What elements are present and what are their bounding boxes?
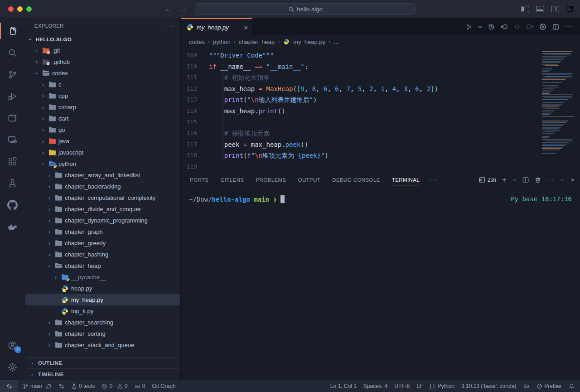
terminal-content[interactable]: ~/Dow/hello-algo main ❯ Py base 18:17:16 xyxy=(181,188,580,380)
explorer-more-actions-icon[interactable]: ··· xyxy=(166,22,174,30)
panel-tab-debug-console[interactable]: DEBUG CONSOLE xyxy=(332,171,380,188)
ports-status[interactable]: 0 xyxy=(135,383,145,389)
breadcrumb-item[interactable]: chapter_heap xyxy=(239,39,275,45)
tree-item-cpp[interactable]: ›cpp xyxy=(25,90,180,102)
close-tab-icon[interactable]: × xyxy=(244,24,248,31)
toggle-panel-icon[interactable] xyxy=(536,6,544,12)
tree-item-chapter_heap[interactable]: ›chapter_heap xyxy=(25,260,180,271)
tree-item-python[interactable]: ›python xyxy=(25,158,180,169)
tree-item-chapter_computational_complexity[interactable]: ›chapter_computational_complexity xyxy=(25,192,180,203)
timeline-section[interactable]: › TIMELINE xyxy=(25,368,180,380)
tree-item-chapter_array_and_linkedlist[interactable]: ›chapter_array_and_linkedlist xyxy=(25,169,180,181)
tree-item-chapter_graph[interactable]: ›chapter_graph xyxy=(25,226,180,237)
tree-item-chapter_backtracking[interactable]: ›chapter_backtracking xyxy=(25,181,180,192)
activitybar-file-browser-icon[interactable] xyxy=(0,107,25,129)
problems-status[interactable]: 00 xyxy=(102,383,127,389)
tree-item-dart[interactable]: ›dart xyxy=(25,113,180,124)
code-line-109[interactable]: 109"""Driver Code""" xyxy=(181,50,580,61)
breadcrumb-item[interactable]: my_heap.py xyxy=(293,39,325,45)
activitybar-search-icon[interactable] xyxy=(0,42,25,63)
code-line-113[interactable]: 113 print("\n输入列表并建堆后") xyxy=(181,94,580,106)
notifications[interactable] xyxy=(569,383,575,389)
code-line-112[interactable]: 112 max_heap = MaxHeap([9, 8, 6, 6, 7, 5… xyxy=(181,83,580,95)
eol-sequence[interactable]: LF xyxy=(416,383,423,389)
run-interactive-icon[interactable] xyxy=(539,23,546,30)
navigate-back-icon[interactable]: ← xyxy=(164,5,172,14)
breadcrumb-item[interactable]: … xyxy=(334,39,339,45)
new-terminal-icon[interactable]: + xyxy=(502,176,506,184)
panel-tab-terminal[interactable]: TERMINAL xyxy=(392,171,420,188)
split-terminal-icon[interactable] xyxy=(522,177,529,183)
tree-item-HELLO-ALGO[interactable]: ›HELLO-ALGO xyxy=(25,34,180,45)
code-line-117[interactable]: 117 peek = max_heap.peek() xyxy=(181,139,580,150)
close-panel-icon[interactable]: × xyxy=(570,176,575,184)
python-interpreter[interactable]: 3.10.13 ('base': conda) xyxy=(461,383,516,389)
code-editor[interactable]: 109"""Driver Code"""110if __name__ == "_… xyxy=(181,48,580,171)
indentation[interactable]: Spaces: 4 xyxy=(363,383,387,389)
terminal-profile[interactable]: zsh xyxy=(479,177,496,183)
toggle-secondary-sidebar-icon[interactable] xyxy=(551,6,559,12)
kill-terminal-icon[interactable] xyxy=(535,177,541,183)
code-line-111[interactable]: 111 # 初始化大顶堆 xyxy=(181,72,580,83)
tree-item-c[interactable]: ›c xyxy=(25,79,180,90)
activitybar-run-debug-icon[interactable] xyxy=(0,85,25,107)
navigate-circle-icon[interactable] xyxy=(514,24,520,30)
panel-more-tabs-icon[interactable]: ··· xyxy=(430,176,438,184)
toggle-sidebar-icon[interactable] xyxy=(521,6,529,12)
panel-tab-output[interactable]: OUTPUT xyxy=(298,171,321,188)
copilot-status[interactable] xyxy=(523,383,530,389)
activitybar-extensions-icon[interactable] xyxy=(0,150,25,172)
editor-more-actions-icon[interactable]: ··· xyxy=(565,23,574,31)
tab-my-heap-py[interactable]: my_heap.py × xyxy=(181,18,252,35)
code-line-115[interactable]: 115 xyxy=(181,117,580,128)
tree-item-my_heap.py[interactable]: my_heap.py xyxy=(25,294,180,305)
breadcrumb-item[interactable]: codes xyxy=(189,39,205,45)
tree-item-codes[interactable]: ›codes xyxy=(25,68,180,79)
panel-tab-gitlens[interactable]: GITLENS xyxy=(220,171,244,188)
language-mode[interactable]: { }Python xyxy=(430,383,454,389)
encoding[interactable]: UTF-8 xyxy=(394,383,410,389)
activitybar-settings-icon[interactable] xyxy=(0,356,25,378)
tree-item-__pycache__[interactable]: ›__pycache__ xyxy=(25,271,180,283)
navigate-back-circle-icon[interactable] xyxy=(501,23,508,30)
activitybar-docker-icon[interactable] xyxy=(0,216,25,237)
breadcrumb-item[interactable]: python xyxy=(213,39,231,45)
tree-item-chapter_greedy[interactable]: ›chapter_greedy xyxy=(25,237,180,249)
tree-item-chapter_searching[interactable]: ›chapter_searching xyxy=(25,317,180,328)
minimap[interactable] xyxy=(541,50,576,155)
view-history-icon[interactable] xyxy=(488,24,495,30)
tree-item-chapter_hashing[interactable]: ›chapter_hashing xyxy=(25,249,180,260)
prettier-status[interactable]: Prettier xyxy=(536,383,562,389)
gitlens-compare[interactable] xyxy=(58,383,64,389)
code-line-114[interactable]: 114 max_heap.print() xyxy=(181,106,580,117)
activitybar-github-icon[interactable] xyxy=(0,194,25,216)
activitybar-source-control-icon[interactable] xyxy=(0,63,25,85)
tree-item-chapter_dynamic_programming[interactable]: ›chapter_dynamic_programming xyxy=(25,215,180,226)
terminal-dropdown-icon[interactable] xyxy=(512,178,517,182)
zoom-window-button[interactable] xyxy=(26,6,32,12)
tree-item-chapter_divide_and_conquer[interactable]: ›chapter_divide_and_conquer xyxy=(25,203,180,215)
code-line-116[interactable]: 116 # 获取堆顶元素 xyxy=(181,128,580,139)
panel-tab-problems[interactable]: PROBLEMS xyxy=(256,171,286,188)
tree-item-java[interactable]: ›java xyxy=(25,136,180,147)
command-center-search[interactable]: hello-algo xyxy=(195,3,416,15)
activitybar-testing-icon[interactable] xyxy=(0,172,25,194)
cursor-position[interactable]: Ln 1, Col 1 xyxy=(330,383,357,389)
activitybar-explorer-icon[interactable] xyxy=(0,20,25,42)
navigate-forward-icon[interactable]: → xyxy=(179,5,187,14)
tree-item-heap.py[interactable]: heap.py xyxy=(25,283,180,294)
activitybar-remote-explorer-icon[interactable] xyxy=(0,129,25,150)
navigate-forward-circle-icon[interactable] xyxy=(526,23,533,30)
tree-item-javascript[interactable]: ›JSjavascript xyxy=(25,147,180,158)
maximize-panel-icon[interactable] xyxy=(560,177,565,182)
tree-item-chapter_sorting[interactable]: ›chapter_sorting xyxy=(25,328,180,339)
outline-section[interactable]: › OUTLINE xyxy=(25,357,180,368)
git-graph[interactable]: Git Graph xyxy=(152,383,175,389)
close-window-button[interactable] xyxy=(8,6,14,12)
code-line-118[interactable]: 118 print(f"\n堆顶元素为 {peek}") xyxy=(181,150,580,161)
tree-item-chapter_stack_and_queue[interactable]: ›chapter_stack_and_queue xyxy=(25,339,180,351)
code-line-119[interactable]: 119 xyxy=(181,161,580,171)
remote-indicator[interactable] xyxy=(0,380,18,392)
git-branch-status[interactable]: main xyxy=(23,383,52,389)
tree-item-.github[interactable]: ›.github xyxy=(25,56,180,68)
